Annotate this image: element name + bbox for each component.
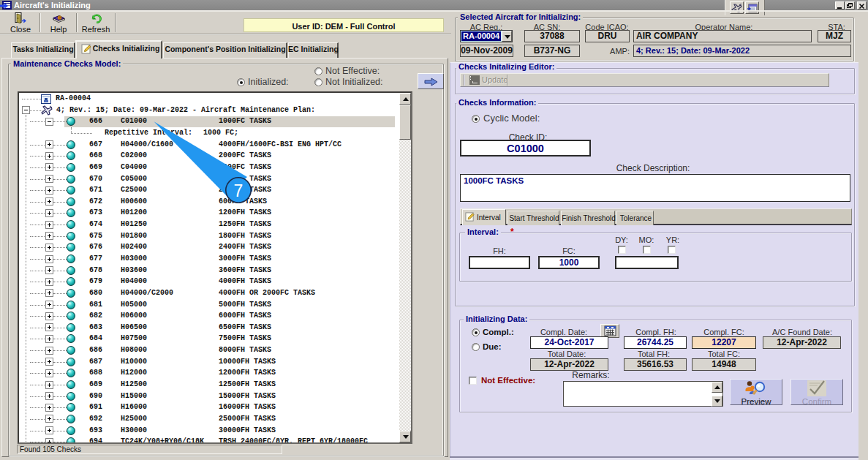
- svg-text:7: 7: [234, 181, 244, 200]
